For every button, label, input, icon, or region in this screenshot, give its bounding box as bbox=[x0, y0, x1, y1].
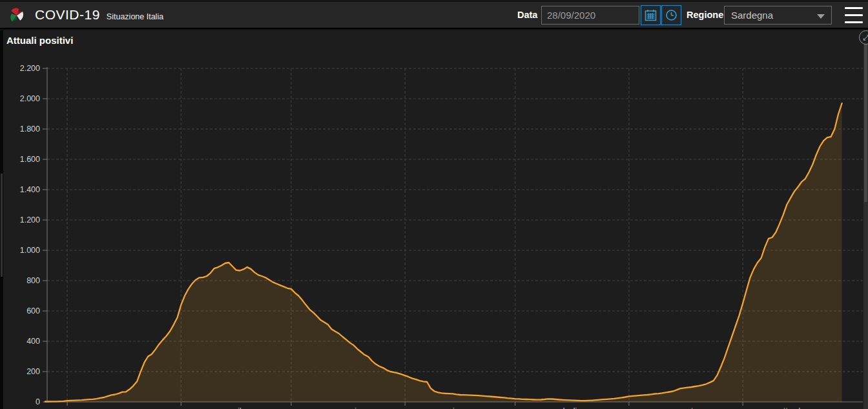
date-label: Data bbox=[517, 2, 537, 28]
dashboard-root: 2.2002.0001.8001.6001.4001.2001.00080060… bbox=[0, 0, 868, 409]
y-axis-tick-label: 600 bbox=[26, 306, 40, 315]
area-chart[interactable]: 2.2002.0001.8001.6001.4001.2001.00080060… bbox=[0, 0, 868, 409]
calendar-button[interactable] bbox=[641, 5, 661, 25]
y-axis-tick-label: 0 bbox=[36, 397, 40, 406]
y-axis-tick-label: 1.800 bbox=[20, 125, 40, 134]
app-title: COVID-19 bbox=[35, 7, 100, 23]
y-axis-tick-label: 2.000 bbox=[20, 94, 40, 103]
chart-panel-title: Attuali positivi bbox=[6, 35, 73, 46]
expand-arrows-icon: ⤢ bbox=[863, 33, 868, 42]
x-axis-month-label: agosto bbox=[674, 406, 698, 409]
x-axis-month-label: maggio bbox=[335, 406, 361, 409]
y-axis-tick-label: 1.600 bbox=[20, 155, 40, 164]
date-input[interactable] bbox=[541, 6, 639, 25]
right-scrollbar-thumb[interactable] bbox=[864, 34, 867, 202]
left-scrollbar-thumb[interactable] bbox=[1, 174, 3, 277]
x-axis-month-label: luglio bbox=[563, 406, 581, 409]
y-axis-tick-label: 400 bbox=[26, 337, 40, 346]
y-axis-tick-label: 200 bbox=[26, 367, 40, 376]
x-axis-month-label: aprile bbox=[227, 406, 246, 409]
y-axis-tick-label: 1.400 bbox=[20, 185, 40, 194]
region-label: Regione bbox=[687, 2, 723, 28]
x-axis-month-label: giugno bbox=[448, 406, 471, 409]
y-axis-tick-label: 800 bbox=[26, 276, 40, 285]
left-scrollbar[interactable] bbox=[0, 30, 3, 409]
y-axis-tick-label: 1.200 bbox=[20, 215, 40, 224]
app-subtitle: Situazione Italia bbox=[107, 8, 163, 21]
app-brand: COVID-19 Situazione Italia bbox=[8, 2, 163, 28]
menu-button[interactable] bbox=[845, 7, 863, 23]
hamburger-menu-icon bbox=[845, 7, 863, 9]
x-axis-month-label: marzo bbox=[114, 406, 136, 409]
region-select-value: Sardegna bbox=[731, 10, 773, 21]
series-area-fill bbox=[45, 103, 842, 402]
clock-button[interactable] bbox=[661, 5, 681, 25]
app-header: COVID-19 Situazione Italia Data bbox=[0, 2, 868, 29]
chevron-down-icon bbox=[816, 14, 825, 19]
calendar-icon bbox=[645, 9, 657, 21]
y-axis-tick-label: 2.200 bbox=[20, 64, 40, 73]
x-axis-month-label: settembre bbox=[775, 406, 810, 409]
region-select[interactable]: Sardegna bbox=[724, 6, 832, 25]
right-scrollbar[interactable] bbox=[863, 30, 868, 409]
clock-icon bbox=[665, 9, 677, 21]
y-axis-tick-label: 1.000 bbox=[20, 246, 40, 255]
protezione-civile-logo-icon bbox=[8, 6, 26, 24]
